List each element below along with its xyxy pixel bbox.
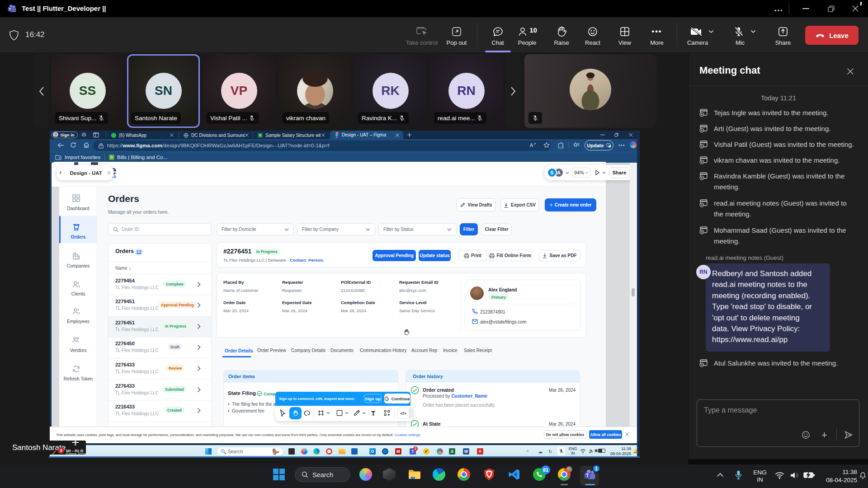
svg-text:T: T [9, 7, 11, 11]
svg-text:T: T [586, 473, 589, 478]
